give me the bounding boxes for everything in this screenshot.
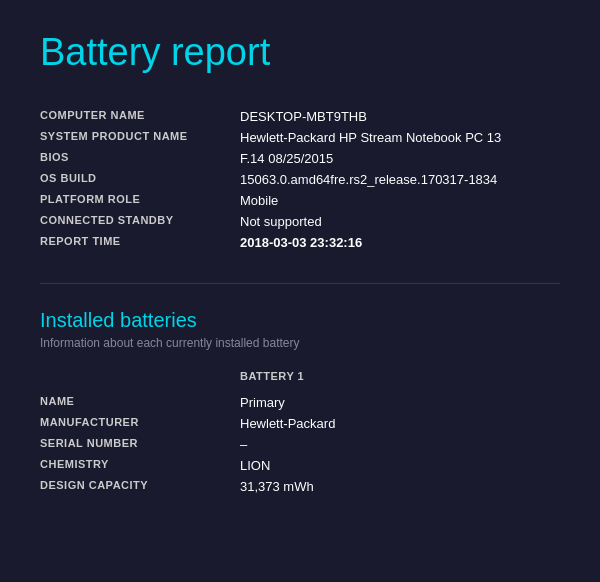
info-value: Not supported: [240, 211, 560, 232]
batteries-section: Installed batteries Information about ea…: [40, 309, 560, 497]
info-label: PLATFORM ROLE: [40, 190, 240, 211]
info-label: CHEMISTRY: [40, 455, 240, 476]
info-value: LION: [240, 455, 560, 476]
system-info-row: COMPUTER NAMEDESKTOP-MBT9THB: [40, 106, 560, 127]
info-value: 2018-03-03 23:32:16: [240, 232, 560, 253]
info-value: Mobile: [240, 190, 560, 211]
info-value: F.14 08/25/2015: [240, 148, 560, 169]
info-value: 15063.0.amd64fre.rs2_release.170317-1834: [240, 169, 560, 190]
batteries-section-subtitle: Information about each currently install…: [40, 336, 560, 350]
system-info-table: COMPUTER NAMEDESKTOP-MBT9THBSYSTEM PRODU…: [40, 106, 560, 253]
info-label: COMPUTER NAME: [40, 106, 240, 127]
battery-header: BATTERY 1: [240, 370, 560, 382]
system-info-row: REPORT TIME2018-03-03 23:32:16: [40, 232, 560, 253]
info-value: Hewlett-Packard HP Stream Notebook PC 13: [240, 127, 560, 148]
battery-info-row: NAMEPrimary: [40, 392, 560, 413]
battery-info-row: SERIAL NUMBER–: [40, 434, 560, 455]
info-label: NAME: [40, 392, 240, 413]
info-label: BIOS: [40, 148, 240, 169]
info-label: REPORT TIME: [40, 232, 240, 253]
info-label: CONNECTED STANDBY: [40, 211, 240, 232]
batteries-section-title: Installed batteries: [40, 309, 560, 332]
battery-info-row: MANUFACTURERHewlett-Packard: [40, 413, 560, 434]
info-label: SYSTEM PRODUCT NAME: [40, 127, 240, 148]
system-info-row: CONNECTED STANDBYNot supported: [40, 211, 560, 232]
system-info-row: SYSTEM PRODUCT NAMEHewlett-Packard HP St…: [40, 127, 560, 148]
section-divider: [40, 283, 560, 284]
battery-info-row: DESIGN CAPACITY31,373 mWh: [40, 476, 560, 497]
system-info-section: COMPUTER NAMEDESKTOP-MBT9THBSYSTEM PRODU…: [40, 106, 560, 253]
info-value: –: [240, 434, 560, 455]
system-info-row: PLATFORM ROLEMobile: [40, 190, 560, 211]
info-label: MANUFACTURER: [40, 413, 240, 434]
info-label: DESIGN CAPACITY: [40, 476, 240, 497]
info-value: Hewlett-Packard: [240, 413, 560, 434]
info-value: 31,373 mWh: [240, 476, 560, 497]
page-title: Battery report: [40, 30, 560, 76]
battery-info-row: CHEMISTRYLION: [40, 455, 560, 476]
system-info-row: BIOSF.14 08/25/2015: [40, 148, 560, 169]
system-info-row: OS BUILD15063.0.amd64fre.rs2_release.170…: [40, 169, 560, 190]
info-value: Primary: [240, 392, 560, 413]
battery-info-table: NAMEPrimaryMANUFACTURERHewlett-PackardSE…: [40, 392, 560, 497]
info-label: OS BUILD: [40, 169, 240, 190]
info-value: DESKTOP-MBT9THB: [240, 106, 560, 127]
info-label: SERIAL NUMBER: [40, 434, 240, 455]
